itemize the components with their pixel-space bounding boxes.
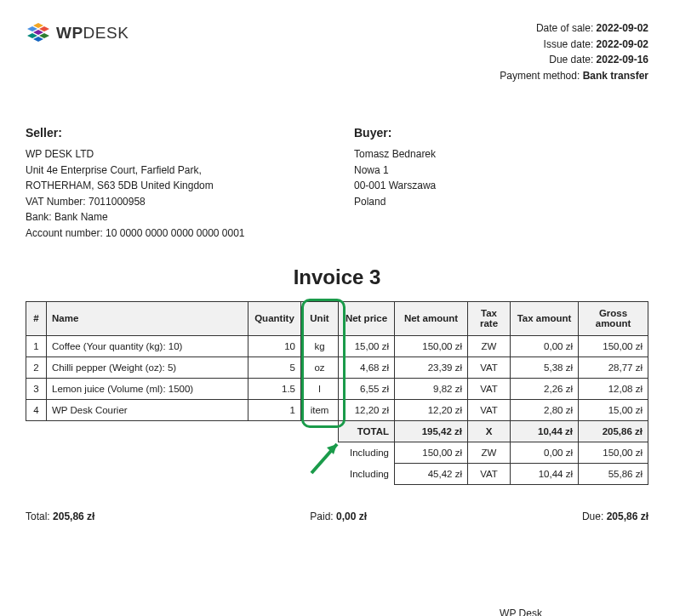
cell-gross-amount: 15,00 zł: [579, 399, 648, 420]
cell-tax-rate: VAT: [468, 378, 511, 399]
including-label: Including: [339, 463, 395, 484]
brand-logo: WPDESK: [26, 20, 129, 46]
col-idx: #: [26, 301, 47, 335]
cell-net-price: 15,00 zł: [339, 335, 395, 356]
cell-tax-amount: 0,00 zł: [511, 442, 579, 463]
cell-net-amount: 150,00 zł: [395, 335, 468, 356]
cell-gross-amount: 55,86 zł: [579, 463, 648, 484]
col-tax-amount: Tax amount: [511, 301, 579, 335]
cell-unit: item: [301, 399, 339, 420]
buyer-line3: Poland: [354, 194, 648, 210]
footer-summary: Total: 205,86 zł Paid: 0,00 zł Due: 205,…: [26, 510, 648, 522]
cell-gross-amount: 150,00 zł: [579, 335, 648, 356]
cell-tax-rate: VAT: [468, 356, 511, 378]
cell-net-amount: 150,00 zł: [395, 442, 468, 463]
signature-left: [77, 607, 230, 616]
items-table-wrap: # Name Quantity Unit Net price Net amoun…: [26, 301, 648, 485]
breakdown-row: Including150,00 złZW0,00 zł150,00 zł: [26, 442, 648, 463]
including-label: Including: [339, 442, 395, 463]
seller-address: Unit 4e Enterprise Court, Farfield Park,…: [26, 163, 264, 194]
signature-right: WP Desk: [444, 607, 597, 616]
cell-name: Coffee (Your quantity (kg): 10): [47, 335, 248, 356]
col-net-price: Net price: [339, 301, 395, 335]
signatures: WP Desk: [26, 607, 648, 616]
cell-name: Lemon juice (Volume (ml): 1500): [47, 378, 248, 399]
buyer-heading: Buyer:: [354, 124, 648, 143]
table-row: 1Coffee (Your quantity (kg): 10)10kg15,0…: [26, 335, 648, 356]
col-unit: Unit: [301, 301, 339, 335]
cell-net-amount: 45,42 zł: [395, 463, 468, 484]
cell-tax-amount: 0,00 zł: [511, 335, 579, 356]
totals-row: TOTAL 195,42 zł X 10,44 zł 205,86 zł: [26, 420, 648, 442]
col-tax-rate: Tax rate: [468, 301, 511, 335]
seller-heading: Seller:: [26, 124, 320, 143]
svg-marker-4: [39, 33, 49, 38]
buyer-name: Tomasz Bednarek: [354, 146, 648, 163]
svg-marker-0: [33, 23, 43, 28]
svg-marker-1: [39, 26, 49, 31]
cell-gross-amount: 12,08 zł: [579, 378, 648, 399]
col-gross-amount: Gross amount: [579, 301, 648, 335]
svg-marker-2: [27, 26, 37, 31]
buyer-line2: 00-001 Warszawa: [354, 178, 648, 194]
breakdown-row: Including45,42 złVAT10,44 zł55,86 zł: [26, 463, 648, 484]
table-header-row: # Name Quantity Unit Net price Net amoun…: [26, 301, 648, 335]
cell-qty: 10: [248, 335, 301, 356]
svg-marker-3: [33, 30, 43, 35]
cell-unit: kg: [301, 335, 339, 356]
seller-vat: VAT Number: 7011000958: [26, 194, 320, 210]
seller-account: Account number: 10 0000 0000 0000 0000 0…: [26, 225, 320, 242]
svg-marker-5: [27, 33, 37, 38]
seller-bank: Bank: Bank Name: [26, 209, 320, 225]
cell-idx: 1: [26, 335, 47, 356]
cell-idx: 4: [26, 399, 47, 420]
brand-name: WPDESK: [56, 24, 129, 43]
cell-tax-amount: 5,38 zł: [511, 356, 579, 378]
invoice-meta: Date of sale: 2022-09-02 Issue date: 202…: [500, 20, 648, 83]
cell-tax-amount: 2,26 zł: [511, 378, 579, 399]
cell-tax-rate: ZW: [468, 442, 511, 463]
cell-idx: 2: [26, 356, 47, 378]
cell-unit: oz: [301, 356, 339, 378]
cell-net-amount: 9,82 zł: [395, 378, 468, 399]
col-net-amount: Net amount: [395, 301, 468, 335]
buyer-line1: Nowa 1: [354, 163, 648, 179]
cell-tax-rate: VAT: [468, 399, 511, 420]
table-row: 3Lemon juice (Volume (ml): 1500)1.5l6,55…: [26, 378, 648, 399]
wpdesk-icon: [26, 20, 51, 46]
items-table: # Name Quantity Unit Net price Net amoun…: [26, 301, 648, 485]
invoice-title: Invoice 3: [26, 265, 648, 289]
cell-tax-rate: ZW: [468, 335, 511, 356]
cell-qty: 1: [248, 399, 301, 420]
cell-net-amount: 12,20 zł: [395, 399, 468, 420]
table-row: 4WP Desk Courier1item12,20 zł12,20 złVAT…: [26, 399, 648, 420]
cell-idx: 3: [26, 378, 47, 399]
col-name: Name: [47, 301, 248, 335]
cell-gross-amount: 28,77 zł: [579, 356, 648, 378]
cell-net-price: 6,55 zł: [339, 378, 395, 399]
cell-tax-amount: 10,44 zł: [511, 463, 579, 484]
cell-unit: l: [301, 378, 339, 399]
cell-name: WP Desk Courier: [47, 399, 248, 420]
col-qty: Quantity: [248, 301, 301, 335]
cell-gross-amount: 150,00 zł: [579, 442, 648, 463]
seller-block: Seller: WP DESK LTD Unit 4e Enterprise C…: [26, 124, 320, 241]
cell-tax-amount: 2,80 zł: [511, 399, 579, 420]
cell-qty: 1.5: [248, 378, 301, 399]
seller-name: WP DESK LTD: [26, 146, 320, 163]
cell-name: Chilli pepper (Weight (oz): 5): [47, 356, 248, 378]
cell-net-price: 12,20 zł: [339, 399, 395, 420]
cell-net-price: 4,68 zł: [339, 356, 395, 378]
svg-marker-6: [33, 37, 43, 42]
buyer-block: Buyer: Tomasz Bednarek Nowa 1 00-001 War…: [354, 124, 648, 241]
table-row: 2Chilli pepper (Weight (oz): 5)5oz4,68 z…: [26, 356, 648, 378]
cell-qty: 5: [248, 356, 301, 378]
cell-tax-rate: VAT: [468, 463, 511, 484]
cell-net-amount: 23,39 zł: [395, 356, 468, 378]
